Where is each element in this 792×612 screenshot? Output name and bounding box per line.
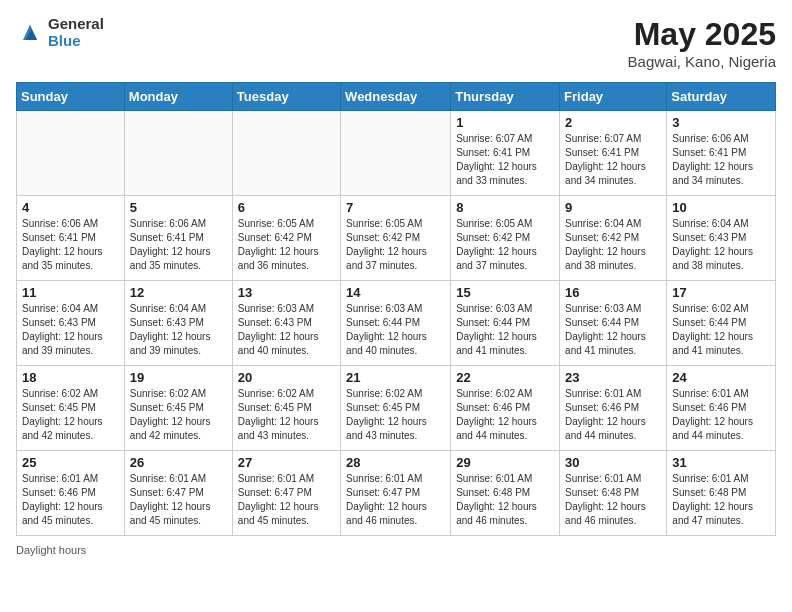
day-number: 9 [565, 200, 661, 215]
logo: General Blue [16, 16, 104, 49]
calendar-cell: 16Sunrise: 6:03 AM Sunset: 6:44 PM Dayli… [560, 281, 667, 366]
day-info: Sunrise: 6:05 AM Sunset: 6:42 PM Dayligh… [238, 217, 335, 273]
day-number: 28 [346, 455, 445, 470]
header-wednesday: Wednesday [341, 83, 451, 111]
day-number: 24 [672, 370, 770, 385]
day-info: Sunrise: 6:02 AM Sunset: 6:45 PM Dayligh… [22, 387, 119, 443]
calendar-table: Sunday Monday Tuesday Wednesday Thursday… [16, 82, 776, 536]
day-info: Sunrise: 6:05 AM Sunset: 6:42 PM Dayligh… [456, 217, 554, 273]
week-row-4: 18Sunrise: 6:02 AM Sunset: 6:45 PM Dayli… [17, 366, 776, 451]
calendar-cell: 23Sunrise: 6:01 AM Sunset: 6:46 PM Dayli… [560, 366, 667, 451]
day-info: Sunrise: 6:01 AM Sunset: 6:48 PM Dayligh… [672, 472, 770, 528]
day-info: Sunrise: 6:01 AM Sunset: 6:46 PM Dayligh… [22, 472, 119, 528]
calendar-cell: 13Sunrise: 6:03 AM Sunset: 6:43 PM Dayli… [232, 281, 340, 366]
day-info: Sunrise: 6:01 AM Sunset: 6:47 PM Dayligh… [346, 472, 445, 528]
calendar-title: May 2025 [628, 16, 776, 53]
day-info: Sunrise: 6:04 AM Sunset: 6:42 PM Dayligh… [565, 217, 661, 273]
calendar-cell: 10Sunrise: 6:04 AM Sunset: 6:43 PM Dayli… [667, 196, 776, 281]
day-info: Sunrise: 6:03 AM Sunset: 6:44 PM Dayligh… [346, 302, 445, 358]
logo-icon [16, 19, 44, 47]
day-number: 30 [565, 455, 661, 470]
calendar-cell: 19Sunrise: 6:02 AM Sunset: 6:45 PM Dayli… [124, 366, 232, 451]
day-info: Sunrise: 6:07 AM Sunset: 6:41 PM Dayligh… [456, 132, 554, 188]
week-row-3: 11Sunrise: 6:04 AM Sunset: 6:43 PM Dayli… [17, 281, 776, 366]
header-thursday: Thursday [451, 83, 560, 111]
calendar-cell: 7Sunrise: 6:05 AM Sunset: 6:42 PM Daylig… [341, 196, 451, 281]
day-info: Sunrise: 6:03 AM Sunset: 6:43 PM Dayligh… [238, 302, 335, 358]
day-info: Sunrise: 6:03 AM Sunset: 6:44 PM Dayligh… [565, 302, 661, 358]
header-sunday: Sunday [17, 83, 125, 111]
day-number: 4 [22, 200, 119, 215]
calendar-cell: 29Sunrise: 6:01 AM Sunset: 6:48 PM Dayli… [451, 451, 560, 536]
week-row-2: 4Sunrise: 6:06 AM Sunset: 6:41 PM Daylig… [17, 196, 776, 281]
calendar-cell: 25Sunrise: 6:01 AM Sunset: 6:46 PM Dayli… [17, 451, 125, 536]
day-number: 7 [346, 200, 445, 215]
calendar-cell [232, 111, 340, 196]
day-number: 25 [22, 455, 119, 470]
day-number: 15 [456, 285, 554, 300]
day-number: 22 [456, 370, 554, 385]
day-number: 19 [130, 370, 227, 385]
day-number: 16 [565, 285, 661, 300]
day-info: Sunrise: 6:06 AM Sunset: 6:41 PM Dayligh… [130, 217, 227, 273]
calendar-cell: 21Sunrise: 6:02 AM Sunset: 6:45 PM Dayli… [341, 366, 451, 451]
day-info: Sunrise: 6:01 AM Sunset: 6:48 PM Dayligh… [565, 472, 661, 528]
calendar-cell: 8Sunrise: 6:05 AM Sunset: 6:42 PM Daylig… [451, 196, 560, 281]
day-number: 5 [130, 200, 227, 215]
day-number: 12 [130, 285, 227, 300]
day-number: 8 [456, 200, 554, 215]
day-info: Sunrise: 6:01 AM Sunset: 6:46 PM Dayligh… [565, 387, 661, 443]
calendar-cell: 27Sunrise: 6:01 AM Sunset: 6:47 PM Dayli… [232, 451, 340, 536]
day-number: 3 [672, 115, 770, 130]
header-tuesday: Tuesday [232, 83, 340, 111]
calendar-cell [17, 111, 125, 196]
calendar-cell: 14Sunrise: 6:03 AM Sunset: 6:44 PM Dayli… [341, 281, 451, 366]
day-number: 2 [565, 115, 661, 130]
calendar-cell: 15Sunrise: 6:03 AM Sunset: 6:44 PM Dayli… [451, 281, 560, 366]
day-info: Sunrise: 6:06 AM Sunset: 6:41 PM Dayligh… [672, 132, 770, 188]
calendar-cell: 5Sunrise: 6:06 AM Sunset: 6:41 PM Daylig… [124, 196, 232, 281]
page-header: General Blue May 2025 Bagwai, Kano, Nige… [16, 16, 776, 70]
calendar-cell: 30Sunrise: 6:01 AM Sunset: 6:48 PM Dayli… [560, 451, 667, 536]
header-saturday: Saturday [667, 83, 776, 111]
calendar-cell: 18Sunrise: 6:02 AM Sunset: 6:45 PM Dayli… [17, 366, 125, 451]
day-info: Sunrise: 6:06 AM Sunset: 6:41 PM Dayligh… [22, 217, 119, 273]
day-number: 31 [672, 455, 770, 470]
calendar-cell: 26Sunrise: 6:01 AM Sunset: 6:47 PM Dayli… [124, 451, 232, 536]
day-info: Sunrise: 6:07 AM Sunset: 6:41 PM Dayligh… [565, 132, 661, 188]
day-info: Sunrise: 6:01 AM Sunset: 6:47 PM Dayligh… [238, 472, 335, 528]
day-info: Sunrise: 6:02 AM Sunset: 6:45 PM Dayligh… [130, 387, 227, 443]
calendar-cell: 24Sunrise: 6:01 AM Sunset: 6:46 PM Dayli… [667, 366, 776, 451]
day-info: Sunrise: 6:04 AM Sunset: 6:43 PM Dayligh… [130, 302, 227, 358]
title-block: May 2025 Bagwai, Kano, Nigeria [628, 16, 776, 70]
day-number: 23 [565, 370, 661, 385]
logo-text: General Blue [48, 16, 104, 49]
day-number: 1 [456, 115, 554, 130]
day-number: 18 [22, 370, 119, 385]
day-info: Sunrise: 6:04 AM Sunset: 6:43 PM Dayligh… [22, 302, 119, 358]
calendar-cell [124, 111, 232, 196]
day-info: Sunrise: 6:02 AM Sunset: 6:44 PM Dayligh… [672, 302, 770, 358]
day-number: 27 [238, 455, 335, 470]
weekday-header-row: Sunday Monday Tuesday Wednesday Thursday… [17, 83, 776, 111]
calendar-cell: 17Sunrise: 6:02 AM Sunset: 6:44 PM Dayli… [667, 281, 776, 366]
calendar-cell: 11Sunrise: 6:04 AM Sunset: 6:43 PM Dayli… [17, 281, 125, 366]
day-info: Sunrise: 6:04 AM Sunset: 6:43 PM Dayligh… [672, 217, 770, 273]
day-number: 13 [238, 285, 335, 300]
day-info: Sunrise: 6:01 AM Sunset: 6:48 PM Dayligh… [456, 472, 554, 528]
calendar-cell: 22Sunrise: 6:02 AM Sunset: 6:46 PM Dayli… [451, 366, 560, 451]
calendar-cell: 28Sunrise: 6:01 AM Sunset: 6:47 PM Dayli… [341, 451, 451, 536]
calendar-cell: 9Sunrise: 6:04 AM Sunset: 6:42 PM Daylig… [560, 196, 667, 281]
calendar-cell: 6Sunrise: 6:05 AM Sunset: 6:42 PM Daylig… [232, 196, 340, 281]
day-number: 29 [456, 455, 554, 470]
header-friday: Friday [560, 83, 667, 111]
day-number: 21 [346, 370, 445, 385]
day-info: Sunrise: 6:05 AM Sunset: 6:42 PM Dayligh… [346, 217, 445, 273]
calendar-cell [341, 111, 451, 196]
day-number: 20 [238, 370, 335, 385]
day-info: Sunrise: 6:02 AM Sunset: 6:46 PM Dayligh… [456, 387, 554, 443]
calendar-cell: 12Sunrise: 6:04 AM Sunset: 6:43 PM Dayli… [124, 281, 232, 366]
day-info: Sunrise: 6:01 AM Sunset: 6:46 PM Dayligh… [672, 387, 770, 443]
header-monday: Monday [124, 83, 232, 111]
calendar-subtitle: Bagwai, Kano, Nigeria [628, 53, 776, 70]
